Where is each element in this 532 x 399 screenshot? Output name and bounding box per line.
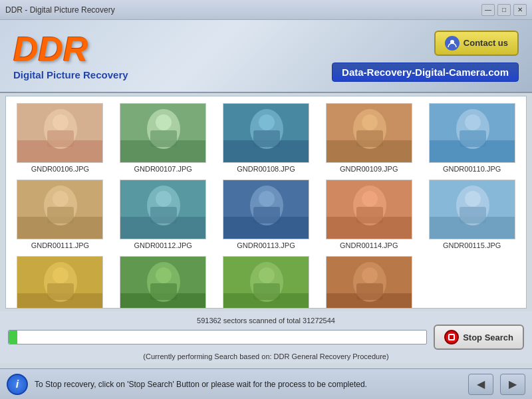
thumbnail-image <box>17 180 103 239</box>
gallery-item[interactable]: GNDR00116.JPG <box>9 252 112 309</box>
svg-rect-70 <box>356 283 383 300</box>
thumbnail-image <box>120 103 206 163</box>
gallery-item[interactable]: GNDR00110.JPG <box>420 99 523 176</box>
svg-rect-10 <box>150 130 177 147</box>
svg-rect-25 <box>460 130 486 147</box>
progress-area: 591362 sectors scanned of total 31272544… <box>0 311 532 363</box>
gallery-item[interactable]: GNDR00115.JPG <box>420 176 523 252</box>
svg-rect-55 <box>47 283 74 300</box>
svg-rect-35 <box>150 207 177 223</box>
svg-point-39 <box>259 191 275 207</box>
stop-icon <box>444 330 459 344</box>
svg-rect-60 <box>150 283 177 300</box>
stop-icon-inner <box>448 334 455 340</box>
svg-rect-20 <box>356 130 383 147</box>
gallery-item[interactable]: GNDR00118.JPG <box>215 252 318 309</box>
svg-point-34 <box>156 191 172 207</box>
svg-rect-40 <box>253 207 280 223</box>
app-header: DDR Digital Picture Recovery Contact us … <box>0 20 532 93</box>
svg-point-29 <box>53 191 68 207</box>
progress-bar-fill <box>9 331 17 344</box>
progress-bar-container <box>8 330 427 344</box>
filename-label: GNDR00108.JPG <box>237 165 295 173</box>
svg-point-59 <box>156 267 172 283</box>
header-right: Contact us Data-Recovery-Digital-Camera.… <box>332 31 519 82</box>
svg-point-54 <box>53 267 68 283</box>
svg-point-69 <box>362 267 378 283</box>
stop-label: Stop Search <box>463 332 513 342</box>
svg-point-9 <box>156 114 172 130</box>
filename-label: GNDR00111.JPG <box>31 241 89 249</box>
thumbnail-image <box>223 103 309 163</box>
header-left: DDR Digital Picture Recovery <box>13 32 128 80</box>
info-icon: i <box>7 374 28 395</box>
gallery-item[interactable]: GNDR00108.JPG <box>215 99 318 176</box>
filename-label: GNDR00114.JPG <box>340 241 398 249</box>
thumbnail-image <box>326 256 412 309</box>
svg-rect-5 <box>47 130 74 147</box>
filename-label: GNDR00115.JPG <box>443 241 501 249</box>
thumbnail-image <box>326 180 412 239</box>
forward-button[interactable]: ▶ <box>500 374 525 395</box>
progress-status-text: (Currently performing Search based on: D… <box>8 352 524 360</box>
gallery-grid: GNDR00106.JPG GNDR00107.JPG GNDR00108.JP… <box>6 96 526 309</box>
thumbnail-image <box>120 256 206 309</box>
svg-point-64 <box>259 267 275 283</box>
contact-label: Contact us <box>464 38 508 48</box>
gallery-container[interactable]: GNDR00106.JPG GNDR00107.JPG GNDR00108.JP… <box>5 96 527 309</box>
svg-rect-45 <box>356 207 383 223</box>
progress-row: Stop Search <box>8 325 524 350</box>
app-subtitle: Digital Picture Recovery <box>13 69 128 80</box>
svg-rect-50 <box>460 207 486 223</box>
website-badge: Data-Recovery-Digital-Camera.com <box>332 63 519 82</box>
thumbnail-image <box>17 256 103 309</box>
close-button[interactable]: ✕ <box>513 4 527 16</box>
gallery-item[interactable]: GNDR00106.JPG <box>9 99 112 176</box>
svg-rect-65 <box>253 283 280 300</box>
filename-label: GNDR00106.JPG <box>31 165 89 173</box>
gallery-item[interactable]: GNDR00114.JPG <box>317 176 420 252</box>
back-button[interactable]: ◀ <box>468 374 493 395</box>
app-logo: DDR <box>13 32 128 66</box>
filename-label: GNDR00112.JPG <box>134 241 192 249</box>
gallery-item[interactable]: GNDR00119.JPG <box>317 252 420 309</box>
thumbnail-image <box>120 180 206 239</box>
svg-point-4 <box>53 114 68 130</box>
status-message: To Stop recovery, click on 'Stop Search'… <box>35 380 462 389</box>
title-bar: DDR - Digital Picture Recovery — □ ✕ <box>0 0 532 20</box>
gallery-item[interactable]: GNDR00113.JPG <box>215 176 318 252</box>
svg-rect-30 <box>47 207 74 223</box>
maximize-button[interactable]: □ <box>497 4 511 16</box>
filename-label: GNDR00113.JPG <box>237 241 295 249</box>
window-title: DDR - Digital Picture Recovery <box>5 5 115 15</box>
thumbnail-image <box>429 180 515 239</box>
svg-point-44 <box>362 191 378 207</box>
thumbnail-image <box>17 103 103 163</box>
filename-label: GNDR00107.JPG <box>134 165 192 173</box>
status-bar: i To Stop recovery, click on 'Stop Searc… <box>0 368 532 399</box>
filename-label: GNDR00110.JPG <box>443 165 501 173</box>
svg-rect-15 <box>253 130 280 147</box>
gallery-item[interactable]: GNDR00111.JPG <box>9 176 112 252</box>
stop-search-button[interactable]: Stop Search <box>434 325 524 350</box>
thumbnail-image <box>223 256 309 309</box>
svg-point-14 <box>259 114 275 130</box>
progress-label: 591362 sectors scanned of total 31272544 <box>8 317 524 325</box>
minimize-button[interactable]: — <box>481 4 495 16</box>
svg-point-24 <box>465 114 481 130</box>
thumbnail-image <box>429 103 515 163</box>
svg-point-49 <box>465 191 481 207</box>
filename-label: GNDR00109.JPG <box>340 165 398 173</box>
svg-point-19 <box>362 114 378 130</box>
thumbnail-image <box>223 180 309 239</box>
gallery-item[interactable]: GNDR00109.JPG <box>317 99 420 176</box>
contact-icon <box>445 36 460 51</box>
contact-button[interactable]: Contact us <box>434 31 519 56</box>
gallery-item[interactable]: GNDR00117.JPG <box>112 252 215 309</box>
thumbnail-image <box>326 103 412 163</box>
gallery-item[interactable]: GNDR00112.JPG <box>112 176 215 252</box>
gallery-item[interactable]: GNDR00107.JPG <box>112 99 215 176</box>
window-controls: — □ ✕ <box>481 4 527 16</box>
